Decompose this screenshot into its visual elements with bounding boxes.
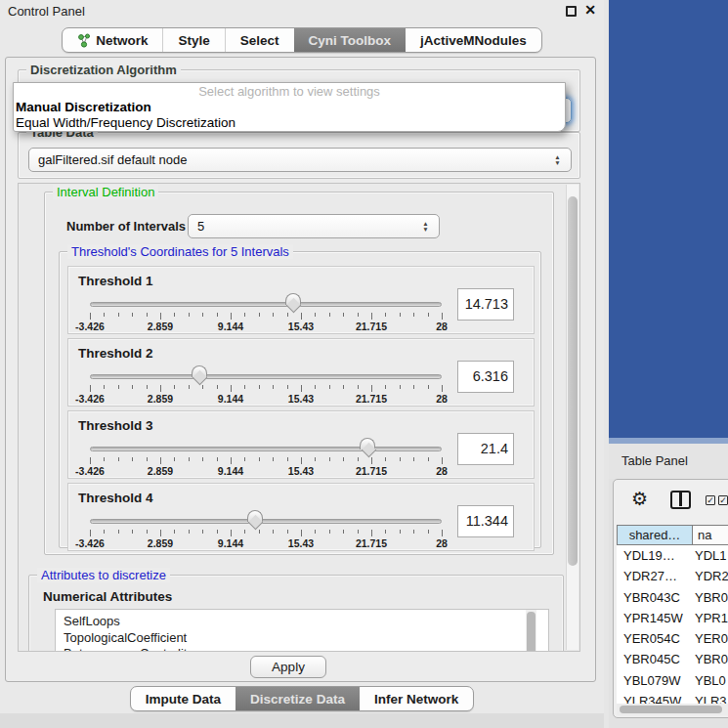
attribute-list-item[interactable]: TopologicalCoefficient (64, 630, 548, 647)
slider-tick (231, 457, 232, 464)
table-row[interactable]: YBL079WYBL0 (617, 670, 728, 691)
cell-shared-name: YER054C (617, 628, 691, 649)
numerical-attributes-list[interactable]: SelfLoopsTopologicalCoefficientBetweenne… (55, 609, 549, 652)
slider-tick (442, 457, 443, 464)
threshold-slider-track[interactable] (90, 447, 442, 451)
table-row[interactable]: YDR27…YDR2 (617, 566, 728, 586)
float-window-icon[interactable] (566, 6, 577, 17)
tab-label: jActiveMNodules (420, 33, 527, 48)
slider-tick (90, 457, 91, 464)
slider-tick (217, 385, 218, 389)
slider-tick-label: 9.144 (218, 465, 243, 477)
algorithm-prompt-item[interactable]: Select algorithm to view settings (14, 83, 565, 100)
column-header-shared[interactable]: shared… (617, 525, 693, 545)
attribute-list-item[interactable]: SelfLoops (64, 614, 548, 630)
threshold-value-field[interactable]: 14.713 (457, 288, 514, 321)
cell-shared-name: YBR045C (617, 649, 691, 669)
checkbox-icon[interactable]: ✓ (706, 495, 715, 505)
attribute-list-item[interactable]: BetweennessCentrality (64, 646, 548, 652)
slider-tick (315, 457, 316, 461)
tab-cyni-toolbox[interactable]: Cyni Toolbox (294, 28, 407, 52)
slider-tick (231, 530, 232, 536)
slider-tick (132, 457, 133, 461)
threshold-slider-track[interactable] (90, 374, 442, 379)
slider-tick (385, 457, 386, 461)
slider-tick (147, 530, 148, 534)
slider-tick-label: 28 (436, 393, 448, 405)
slider-tick (413, 313, 414, 317)
attributes-list-scrollbar[interactable] (526, 610, 536, 652)
slider-tick (244, 313, 245, 317)
cell-name: YDR2 (691, 566, 728, 586)
table-row[interactable]: YLR345WYLR3 (617, 691, 728, 704)
cell-shared-name: YBR043C (617, 587, 691, 608)
slider-tick (189, 457, 190, 461)
algorithm-option-equal-width-frequency-discretization[interactable]: Equal Width/Frequency Discretization (14, 115, 565, 131)
table-row[interactable]: YER054CYER0 (617, 628, 728, 649)
slider-tick-label: -3.426 (75, 537, 105, 549)
slider-tick (160, 313, 161, 320)
threshold-slider-handle[interactable] (247, 510, 263, 522)
tab-select[interactable]: Select (225, 28, 294, 52)
table-row[interactable]: YBR045CYBR0 (617, 649, 728, 669)
tab-impute-data[interactable]: Impute Data (131, 687, 236, 710)
table-horizontal-scrollbar[interactable] (617, 704, 728, 715)
slider-tick-label: 21.715 (356, 465, 387, 477)
slider-tick (329, 457, 330, 461)
tab-network[interactable]: Network (63, 28, 162, 52)
tab-label: Style (178, 33, 209, 48)
slider-tick (400, 385, 401, 389)
threshold-slider-handle[interactable] (192, 365, 207, 377)
slider-tick (202, 385, 203, 389)
tab-infer-network[interactable]: Infer Network (360, 687, 473, 710)
table-row[interactable]: YBR043CYBR0 (617, 587, 728, 608)
cell-name: YBR0 (691, 587, 728, 608)
tab-style[interactable]: Style (162, 28, 224, 52)
slider-tick-label: 21.715 (356, 393, 387, 405)
slider-tick (315, 530, 316, 534)
slider-tick-label: 21.715 (356, 321, 387, 332)
table-row[interactable]: YPR145WYPR1 (617, 608, 728, 628)
settings-scrollpane: Interval Definition Number of Intervals … (18, 183, 580, 652)
threshold-value-field[interactable]: 6.316 (457, 361, 514, 393)
slider-tick (132, 385, 133, 389)
table-toolbar: ⚙ ✓ ✓ (614, 480, 728, 523)
tab-jactivemnodules[interactable]: jActiveMNodules (406, 28, 541, 52)
gear-icon[interactable]: ⚙ (631, 488, 648, 510)
threshold-value-field[interactable]: 21.4 (457, 433, 514, 465)
table-row[interactable]: YDL19…YDL1 (617, 545, 728, 566)
apply-button[interactable]: Apply (250, 656, 326, 678)
algorithm-option-manual-discretization[interactable]: Manual Discretization (14, 100, 565, 115)
column-header-name[interactable]: na (693, 525, 728, 545)
slider-tick-label: -3.426 (75, 465, 105, 477)
slider-tick (413, 457, 414, 461)
tab-label: Impute Data (146, 692, 221, 707)
close-icon[interactable]: ✕ (584, 2, 596, 18)
table-data-combobox[interactable]: galFiltered.sif default node ▲▼ (28, 148, 572, 172)
slider-tick-label: 21.715 (356, 537, 387, 549)
slider-tick (147, 457, 148, 461)
checkbox-icon[interactable]: ✓ (718, 495, 728, 505)
threshold-panel: Threshold 1-3.4262.8599.14415.4321.71528… (67, 266, 535, 334)
slider-tick (244, 385, 245, 389)
slider-tick (400, 530, 401, 534)
slider-tick-label: 9.144 (218, 393, 243, 405)
cell-name: YBR0 (691, 649, 728, 669)
threshold-value-field[interactable]: 11.344 (457, 505, 514, 537)
split-columns-icon[interactable] (670, 491, 691, 509)
threshold-label: Threshold 4 (78, 491, 153, 505)
cell-name: YPR1 (691, 608, 728, 628)
group-title: Discretization Algorithm (26, 63, 181, 77)
control-panel-window: Control Panel ✕ NetworkStyleSelectCyni T… (0, 0, 604, 728)
threshold-slider-handle[interactable] (360, 438, 375, 450)
threshold-slider-track[interactable] (90, 519, 442, 524)
network-desktop: GAL80GACGAL11GAL4GCY1HHAP2 (609, 0, 728, 444)
number-of-intervals-combobox[interactable]: 5 ▲▼ (188, 214, 440, 238)
threshold-slider-track[interactable] (90, 302, 442, 307)
slider-tick (329, 385, 330, 389)
slider-tick (385, 530, 386, 534)
settings-vertical-scrollbar[interactable] (566, 185, 578, 650)
slider-tick (174, 385, 175, 389)
threshold-slider-handle[interactable] (285, 293, 301, 305)
tab-discretize-data[interactable]: Discretize Data (236, 687, 360, 710)
